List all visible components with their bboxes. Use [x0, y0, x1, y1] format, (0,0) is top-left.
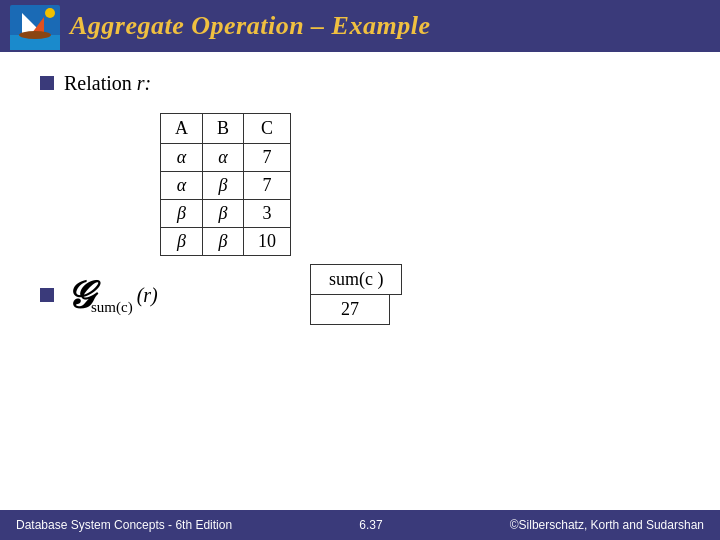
footer-center: 6.37	[359, 518, 382, 532]
subscript-label: sum(c)	[91, 299, 133, 316]
result-table: sum(c ) 27	[310, 264, 402, 325]
cell-a3: β	[161, 200, 203, 228]
cell-b3: β	[203, 200, 244, 228]
footer-right: ©Silberschatz, Korth and Sudarshan	[510, 518, 704, 532]
table-row: α β 7	[161, 172, 291, 200]
svg-point-5	[45, 8, 55, 18]
relation-table: A B C α α 7 α β 7 β β	[160, 113, 291, 256]
cell-b1: α	[203, 144, 244, 172]
page-title: Aggregate Operation – Example	[70, 11, 430, 41]
cell-b2: β	[203, 172, 244, 200]
cell-c1: 7	[244, 144, 291, 172]
footer-left: Database System Concepts - 6th Edition	[16, 518, 232, 532]
table-row: β β 10	[161, 228, 291, 256]
main-content: Relation r: A B C α α 7 α β	[0, 52, 720, 345]
cell-c4: 10	[244, 228, 291, 256]
logo	[10, 5, 60, 50]
relation-table-container: A B C α α 7 α β 7 β β	[160, 113, 680, 256]
cell-a2: α	[161, 172, 203, 200]
r-label: (r)	[137, 284, 158, 307]
table-row: β β 3	[161, 200, 291, 228]
table-header-row: A B C	[161, 114, 291, 144]
bullet-icon	[40, 76, 54, 90]
cell-a1: α	[161, 144, 203, 172]
result-value: 27	[310, 294, 390, 325]
cell-b4: β	[203, 228, 244, 256]
bullet-2-icon	[40, 288, 54, 302]
col-c-header: C	[244, 114, 291, 144]
cell-a4: β	[161, 228, 203, 256]
result-container: sum(c ) 27	[310, 264, 680, 325]
result-header: sum(c )	[310, 264, 402, 295]
relation-label: Relation r:	[64, 72, 151, 95]
col-b-header: B	[203, 114, 244, 144]
relation-section: Relation r:	[40, 72, 680, 95]
cell-c3: 3	[244, 200, 291, 228]
col-a-header: A	[161, 114, 203, 144]
g-symbol: 𝒢	[64, 276, 91, 314]
cell-c2: 7	[244, 172, 291, 200]
table-row: α α 7	[161, 144, 291, 172]
footer: Database System Concepts - 6th Edition 6…	[0, 510, 720, 540]
header: Aggregate Operation – Example	[0, 0, 720, 52]
svg-point-4	[19, 31, 51, 39]
